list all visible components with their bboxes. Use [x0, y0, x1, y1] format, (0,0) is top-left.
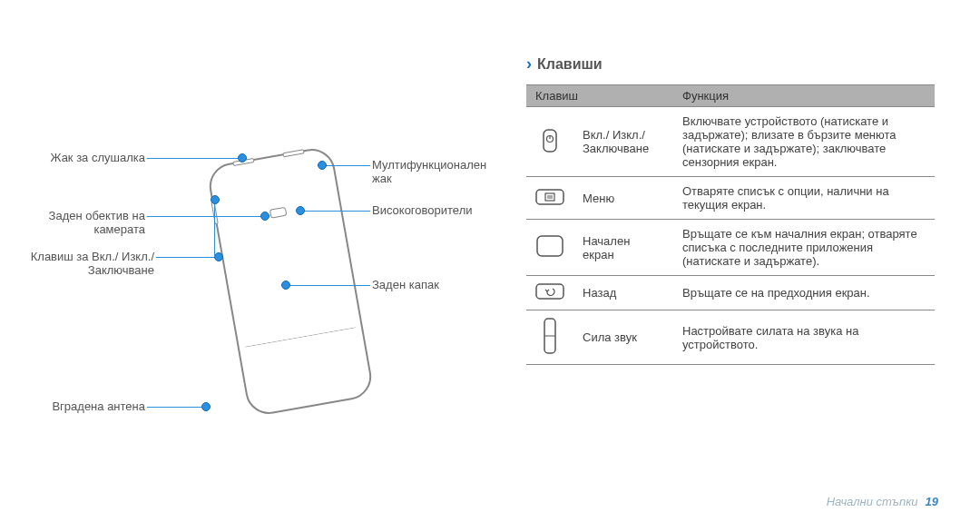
svg-rect-4	[545, 193, 554, 201]
table-row: Меню Отваряте списък с опции, налични на…	[526, 177, 935, 220]
label-speakers: Високоговорители	[372, 203, 508, 217]
leader-line	[323, 165, 370, 166]
svg-rect-0	[544, 130, 556, 152]
key-function: Настройвате силата на звука на устройств…	[673, 310, 935, 365]
key-function: Отваряте списък с опции, налични на теку…	[673, 177, 935, 220]
key-label: Меню	[573, 177, 673, 220]
leader-dot	[260, 212, 270, 221]
label-headset-jack: Жак за слушалка	[27, 151, 145, 164]
home-key-icon	[536, 235, 564, 257]
phone-outline	[206, 145, 375, 418]
table-row: Вкл./ Изкл./ Заключване Включвате устрой…	[526, 107, 935, 177]
key-label: Назад	[573, 276, 673, 310]
page-number: 19	[926, 495, 938, 508]
back-key-icon	[535, 283, 564, 300]
page-footer: Начални стъпки 19	[827, 495, 938, 508]
section-heading: › Клавиши	[526, 54, 935, 74]
back-cover-shape	[245, 327, 362, 382]
key-icon-cell	[526, 220, 573, 276]
rear-camera-shape	[270, 207, 287, 219]
key-function: Връщате се към началния екран; отваряте …	[673, 220, 935, 276]
diagram-column: Жак за слушалка Заден обектив на камерат…	[27, 54, 508, 505]
label-internal-antenna: Вградена антена	[27, 399, 145, 413]
power-key-icon	[541, 129, 559, 153]
label-rear-camera: Заден обектив на камерата	[27, 209, 145, 236]
leader-dot	[214, 252, 223, 261]
chevron-icon: ›	[526, 54, 532, 74]
table-row: Начален екран Връщате се към началния ек…	[526, 220, 935, 276]
phone-body	[206, 145, 375, 418]
leader-line	[301, 211, 370, 212]
leader-line	[289, 285, 370, 286]
leader-line	[147, 407, 203, 408]
svg-rect-8	[536, 284, 564, 299]
table-row: Назад Връщате се на предходния екран.	[526, 276, 935, 310]
leader-dot	[318, 161, 327, 170]
phone-diagram: Жак за слушалка Заден обектив на камерат…	[27, 118, 508, 463]
col-header-key: Клавиш	[526, 85, 673, 107]
label-power-key: Клавиш за Вкл./ Изкл./ Заключване	[27, 250, 154, 277]
key-icon-cell	[526, 310, 573, 365]
section-title: Клавиши	[537, 56, 603, 73]
key-icon-cell	[526, 107, 573, 177]
leader-line-vert	[214, 202, 215, 257]
key-label: Сила звук	[573, 310, 673, 365]
table-row: Сила звук Настройвате силата на звука на…	[526, 310, 935, 365]
key-label: Вкл./ Изкл./ Заключване	[573, 107, 673, 177]
leader-line	[147, 158, 240, 159]
leader-dot	[281, 281, 290, 290]
leader-dot	[201, 402, 211, 411]
key-icon-cell	[526, 276, 573, 310]
breadcrumb: Начални стъпки	[827, 495, 918, 508]
leader-line	[147, 216, 263, 217]
col-header-function: Функция	[673, 85, 935, 107]
key-function: Включвате устройството (натискате и задъ…	[673, 107, 935, 177]
volume-key-icon	[544, 318, 556, 354]
label-back-cover: Заден капак	[372, 278, 508, 291]
document-page: Жак за слушалка Заден обектив на камерат…	[0, 0, 980, 532]
leader-dot	[211, 195, 220, 204]
menu-key-icon	[535, 189, 564, 205]
table-column: › Клавиши Клавиш Функция Вкл./ Изкл./ За…	[508, 54, 935, 505]
key-function: Връщате се на предходния екран.	[673, 276, 935, 310]
leader-dot	[238, 153, 247, 163]
key-label: Начален екран	[573, 220, 673, 276]
svg-rect-7	[537, 236, 563, 256]
key-icon-cell	[526, 177, 573, 220]
label-multifunction-jack: Мултифункционален жак	[372, 158, 508, 185]
svg-rect-3	[536, 190, 564, 204]
keys-table: Клавиш Функция Вкл./ Изкл./ Заключване В…	[526, 84, 935, 365]
leader-dot	[296, 206, 305, 215]
multifunction-jack-shape	[282, 149, 305, 157]
leader-line	[156, 257, 216, 258]
table-header-row: Клавиш Функция	[526, 85, 935, 107]
